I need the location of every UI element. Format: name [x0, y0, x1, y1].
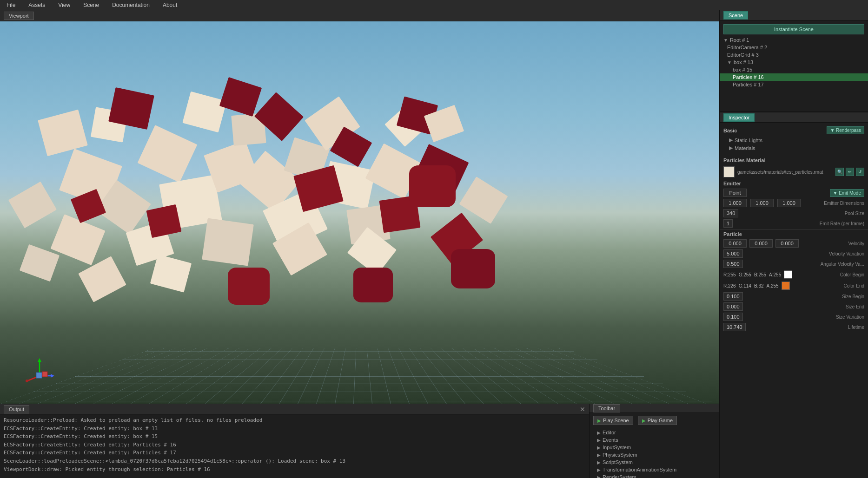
materials-label: Materials	[735, 145, 755, 151]
pool-size-row: 340 Pool Size	[720, 208, 868, 218]
emit-mode-arrow-icon: ▼	[833, 190, 839, 196]
color-begin-r: R:255	[723, 272, 736, 277]
scene-tree-item-3[interactable]: ▼ box # 13	[720, 59, 868, 66]
viewport-tab-label[interactable]: Viewport	[4, 12, 34, 20]
pool-size-value[interactable]: 340	[723, 209, 738, 217]
scene-tab-label[interactable]: Scene	[723, 11, 748, 20]
material-reset-button[interactable]: ↺	[856, 168, 864, 176]
toolbar-tree-item-4[interactable]: ▶ScriptSystem	[593, 458, 716, 466]
play-game-button[interactable]: ▶ Play Game	[638, 416, 677, 425]
inspector-content[interactable]: Basic ▼ Renderpass ▶ Static Lights ▶ Mat…	[720, 123, 868, 478]
toolbar-tree-item-3[interactable]: ▶PhysicsSystem	[593, 451, 716, 458]
scene-panel: Scene Instantiate Scene ▼ Root # 1Editor…	[720, 10, 868, 112]
emitter-type-value[interactable]: Point	[723, 189, 747, 197]
output-panel: Output ✕ ResourceLoader::Preload: Asked …	[0, 404, 589, 478]
static-lights-label: Static Lights	[735, 138, 762, 143]
material-edit-button[interactable]: ✏	[846, 168, 854, 176]
color-begin-label: Color Begin	[840, 272, 864, 277]
velocity-variation-value[interactable]: 5.000	[723, 249, 743, 258]
scene-content[interactable]: Instantiate Scene ▼ Root # 1EditorCamera…	[720, 20, 868, 111]
basic-label: Basic	[723, 128, 737, 133]
materials-item[interactable]: ▶ Materials	[720, 144, 868, 152]
emitter-dim-y[interactable]: 1.000	[750, 199, 774, 207]
velocity-y[interactable]: 0.000	[749, 239, 773, 248]
lifetime-label: Lifetime	[848, 325, 864, 330]
renderpass-button[interactable]: ▼ Renderpass	[827, 126, 864, 134]
toolbar-panel: Toolbar ▶ Play Scene ▶ Play Game	[589, 404, 719, 478]
toolbar-tab: Toolbar	[590, 404, 719, 413]
output-content[interactable]: ResourceLoader::Preload: Asked to preloa…	[0, 414, 589, 478]
menubar-item-about[interactable]: About	[160, 1, 180, 9]
scene-tree-item-6[interactable]: Particles # 17	[720, 81, 868, 88]
toolbar-tree-item-1[interactable]: ▶Events	[593, 436, 716, 444]
color-end-r: R:226	[723, 283, 736, 288]
emitter-dim-x[interactable]: 1.000	[723, 199, 747, 207]
particle-40	[150, 254, 192, 292]
play-game-label: Play Game	[648, 418, 673, 423]
toolbar-content: ▶ Play Scene ▶ Play Game ▶Editor▶Events▶…	[590, 413, 719, 478]
size-begin-label: Size Begin	[842, 294, 864, 299]
svg-rect-6	[36, 373, 42, 378]
scene-tree-item-5[interactable]: Particles # 16	[720, 73, 868, 81]
angular-velocity-value[interactable]: 0.500	[723, 260, 743, 268]
toolbar-tree-item-0[interactable]: ▶Editor	[593, 429, 716, 436]
material-thumbnail[interactable]	[723, 166, 735, 177]
velocity-variation-label: Velocity Variation	[829, 251, 864, 256]
viewport-container: Viewport	[0, 10, 719, 404]
toolbar-tree-item-2[interactable]: ▶InputSystem	[593, 444, 716, 451]
toolbar-tree-item-5[interactable]: ▶TransformationAnimationSystem	[593, 466, 716, 473]
toolbar-tree-label-1: Events	[603, 437, 618, 443]
emitter-dim-z[interactable]: 1.000	[777, 199, 801, 207]
scene-tree-item-2[interactable]: EditorGrid # 3	[720, 51, 868, 59]
toolbar-tree-arrow-icon-4: ▶	[597, 460, 601, 465]
output-close-icon[interactable]: ✕	[580, 406, 585, 413]
emit-rate-value[interactable]: 1	[723, 219, 733, 228]
velocity-x[interactable]: 0.000	[723, 239, 747, 248]
color-begin-a: A:255	[769, 272, 781, 277]
play-scene-button[interactable]: ▶ Play Scene	[593, 416, 633, 425]
color-begin-swatch[interactable]	[784, 270, 792, 279]
toolbar-tree-item-6[interactable]: ▶RenderSystem	[593, 473, 716, 478]
inspector-tab-label[interactable]: Inspector	[723, 113, 755, 122]
menubar-item-scene[interactable]: Scene	[80, 1, 102, 9]
particle-32	[146, 204, 181, 238]
svg-point-5	[26, 380, 28, 382]
scene-tree-item-1[interactable]: EditorCamera # 2	[720, 44, 868, 51]
emit-rate-label: Emit Rate (per frame)	[820, 221, 864, 226]
output-line-3: ECSFactory::CreateEntity: Created entity…	[4, 441, 585, 449]
material-search-button[interactable]: 🔍	[835, 168, 844, 176]
menubar-item-documentation[interactable]: Documentation	[109, 1, 152, 9]
particles-container	[0, 21, 719, 404]
velocity-z[interactable]: 0.000	[775, 239, 799, 248]
particle-4	[138, 125, 198, 183]
size-begin-value[interactable]: 0.100	[723, 292, 743, 301]
menubar-item-assets[interactable]: Assets	[26, 1, 48, 9]
emit-mode-button[interactable]: ▼ Emit Mode	[830, 189, 864, 197]
scene-tab: Scene	[720, 10, 868, 20]
menubar-item-view[interactable]: View	[55, 1, 73, 9]
toolbar-tree-label-3: PhysicsSystem	[603, 452, 637, 458]
particle-2	[8, 182, 57, 229]
toolbar-tree-arrow-icon-3: ▶	[597, 452, 601, 458]
toolbar-tab-label[interactable]: Toolbar	[593, 404, 620, 413]
scene-tree-item-4[interactable]: box # 15	[720, 66, 868, 73]
svg-marker-1	[38, 358, 41, 362]
instantiate-scene-button[interactable]: Instantiate Scene	[723, 24, 864, 34]
size-end-value[interactable]: 0.000	[723, 302, 743, 311]
toolbar-tree-arrow-icon-5: ▶	[597, 467, 601, 472]
scene-tree-item-0[interactable]: ▼ Root # 1	[720, 36, 868, 44]
menubar-item-file[interactable]: File	[4, 1, 18, 9]
color-end-swatch[interactable]	[782, 282, 790, 290]
lifetime-value[interactable]: 10.740	[723, 323, 746, 331]
size-end-label: Size End	[846, 304, 864, 309]
left-panel: Viewport	[0, 10, 719, 478]
output-line-1: ECSFactory::CreateEntity: Created entity…	[4, 425, 585, 433]
viewport-tab: Viewport	[0, 10, 719, 21]
size-variation-value[interactable]: 0.100	[723, 313, 743, 321]
velocity-label: Velocity	[848, 241, 864, 246]
scene-tree-label-3: box # 13	[734, 59, 753, 65]
static-lights-item[interactable]: ▶ Static Lights	[720, 136, 868, 144]
output-tab-label[interactable]: Output	[4, 405, 29, 413]
particle-36	[228, 268, 270, 305]
viewport-canvas[interactable]	[0, 21, 719, 404]
